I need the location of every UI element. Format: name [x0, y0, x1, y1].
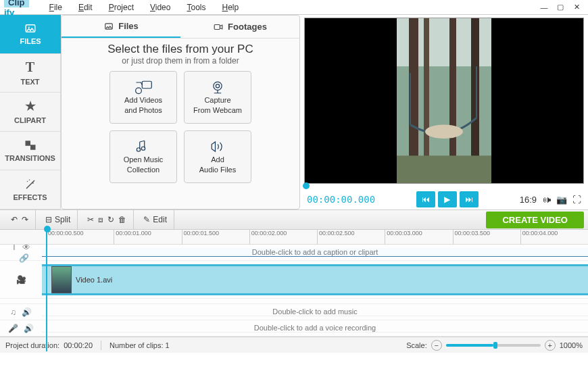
- caption-track-label: T👁 🔗: [0, 245, 42, 260]
- playhead-bar[interactable]: [304, 184, 584, 189]
- next-button[interactable]: ⏭: [460, 191, 479, 207]
- status-bar: Project duration: 00:00:20 Number of cli…: [0, 337, 588, 353]
- preview-pane: 00:00:00.000 ⏮ ▶ ⏭ 16:9 🕪 📷 ⛶: [304, 15, 588, 209]
- zoom-in-button[interactable]: +: [545, 340, 556, 351]
- svg-point-11: [216, 84, 219, 87]
- ruler[interactable]: 00:00:00.500 00:00:01.000 00:00:01.500 0…: [0, 230, 588, 245]
- title-bar: Clipify File Edit Project Video Tools He…: [0, 0, 588, 15]
- menu-tools[interactable]: Tools: [180, 1, 212, 14]
- timeline-toolbar: ↶ ↷ ⊟Split ✂ ⧈ ↻ 🗑 ✎Edit CREATE VIDEO: [0, 209, 588, 230]
- panel-title: Select the files from your PC: [107, 43, 253, 56]
- effects-icon: [24, 178, 36, 191]
- camera-icon: 🎥: [16, 275, 26, 285]
- zoom-out-button[interactable]: −: [431, 340, 442, 351]
- music-icon: ♫: [10, 307, 16, 317]
- clip-name: Video 1.avi: [76, 276, 112, 284]
- svg-rect-21: [397, 155, 491, 183]
- files-tab[interactable]: Files: [62, 16, 180, 38]
- timecode: 00:00:00.000: [307, 194, 375, 205]
- cut-button[interactable]: ✂: [87, 215, 94, 224]
- capture-webcam-button[interactable]: CaptureFrom Webcam: [184, 71, 251, 124]
- scale-label: Scale:: [406, 341, 427, 349]
- svg-point-9: [136, 88, 142, 94]
- sidebar-tab-effects[interactable]: EFFECTS: [0, 170, 61, 209]
- sidebar-tab-files[interactable]: FILES: [0, 15, 61, 54]
- voice-track-label: 🎤🔊: [0, 320, 42, 336]
- footages-tab[interactable]: Footages: [180, 16, 299, 38]
- snapshot-icon[interactable]: 📷: [556, 195, 567, 205]
- crop-button[interactable]: ⧈: [98, 215, 103, 224]
- files-panel: Files Footages Select the files from you…: [61, 15, 300, 209]
- svg-point-10: [214, 82, 222, 90]
- add-videos-photos-button[interactable]: Add Videosand Photos: [109, 71, 177, 124]
- fullscreen-icon[interactable]: ⛶: [572, 195, 581, 205]
- footages-icon: [213, 22, 224, 32]
- maximize-button[interactable]: ▢: [553, 1, 568, 14]
- svg-point-13: [141, 147, 145, 150]
- video-track-label: 🎥: [0, 261, 42, 298]
- delete-button[interactable]: 🗑: [118, 215, 126, 224]
- duration-label: Project duration: 00:00:20: [5, 341, 93, 349]
- timeline: 00:00:00.500 00:00:01.000 00:00:01.500 0…: [0, 230, 588, 337]
- menu-help[interactable]: Help: [215, 1, 245, 14]
- playhead[interactable]: [46, 230, 47, 351]
- caption-track[interactable]: Double-click to add a caption or clipart: [42, 248, 588, 257]
- mic-icon: 🎤: [8, 324, 18, 333]
- svg-point-20: [425, 125, 463, 139]
- svg-point-1: [28, 27, 30, 28]
- create-video-button[interactable]: CREATE VIDEO: [486, 212, 584, 228]
- volume-icon[interactable]: 🕪: [542, 195, 551, 205]
- play-button[interactable]: ▶: [438, 191, 457, 207]
- video-track[interactable]: ⦙ Video 1.avi: [42, 264, 588, 295]
- aspect-ratio[interactable]: 16:9: [520, 195, 537, 205]
- speaker-icon[interactable]: 🔊: [22, 307, 32, 317]
- svg-rect-2: [25, 141, 30, 146]
- edit-button[interactable]: ✎Edit: [143, 215, 167, 224]
- prev-button[interactable]: ⏮: [416, 191, 435, 207]
- svg-rect-8: [142, 81, 151, 89]
- music-track[interactable]: Double-click to add music: [42, 307, 588, 316]
- voice-track[interactable]: Double-click to add a voice recording: [42, 324, 588, 332]
- svg-point-4: [26, 180, 28, 182]
- music-track-label: ♫🔊: [0, 304, 42, 320]
- sidebar: FILES T TEXT ★ CLIPART TRANSITIONS EFFEC…: [0, 15, 61, 209]
- svg-point-12: [137, 148, 140, 151]
- image-icon: [24, 22, 36, 34]
- menu-project[interactable]: Project: [102, 1, 141, 14]
- menu-video[interactable]: Video: [143, 1, 177, 14]
- add-audio-button[interactable]: AddAudio Files: [184, 130, 251, 183]
- svg-rect-3: [30, 145, 36, 150]
- redo-button[interactable]: ↷: [22, 215, 28, 224]
- transitions-icon: [24, 139, 36, 151]
- split-button[interactable]: ⊟Split: [45, 215, 70, 224]
- menu-bar: File Edit Project Video Tools Help: [43, 1, 246, 14]
- panel-subtitle: or just drop them in from a folder: [122, 56, 239, 66]
- files-icon: [103, 22, 114, 31]
- menu-edit[interactable]: Edit: [72, 1, 99, 14]
- sidebar-tab-clipart[interactable]: ★ CLIPART: [0, 93, 61, 132]
- video-clip[interactable]: ⦙ Video 1.avi: [42, 266, 116, 293]
- zoom-slider[interactable]: [446, 344, 541, 347]
- clip-thumbnail: [51, 266, 72, 293]
- sidebar-tab-transitions[interactable]: TRANSITIONS: [0, 132, 61, 171]
- minimize-button[interactable]: —: [537, 1, 552, 14]
- menu-file[interactable]: File: [43, 1, 69, 14]
- close-button[interactable]: ✕: [569, 1, 584, 14]
- svg-point-5: [28, 179, 30, 180]
- clips-label: Number of clips: 1: [109, 341, 170, 349]
- undo-button[interactable]: ↶: [11, 215, 18, 224]
- rotate-button[interactable]: ↻: [107, 215, 114, 224]
- svg-rect-7: [214, 24, 220, 29]
- scale-value: 1000%: [560, 341, 583, 349]
- open-music-button[interactable]: Open MusicCollection: [109, 130, 177, 183]
- sidebar-tab-text[interactable]: T TEXT: [0, 54, 61, 93]
- video-preview[interactable]: [304, 18, 584, 184]
- speaker-icon[interactable]: 🔊: [24, 324, 34, 333]
